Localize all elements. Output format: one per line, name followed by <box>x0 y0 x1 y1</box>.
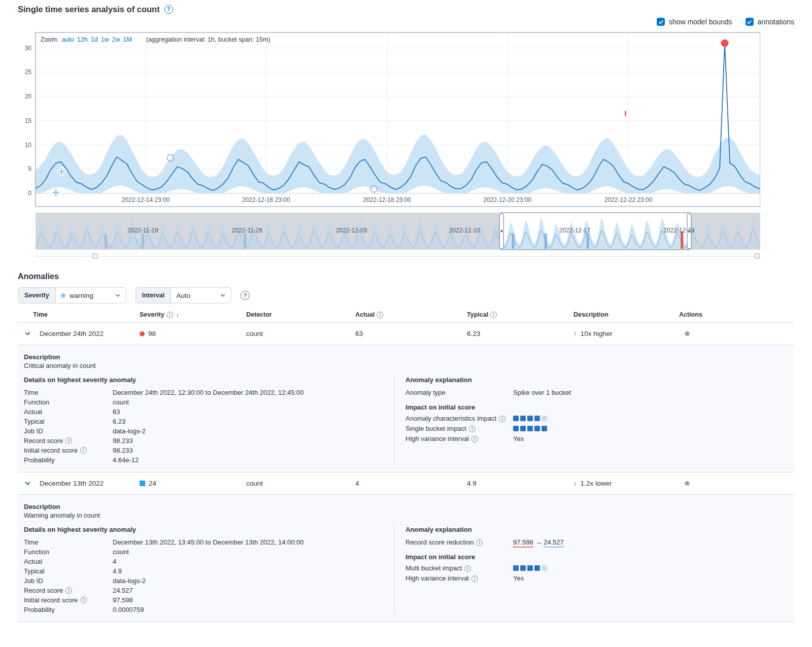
svg-text:2022-12-17: 2022-12-17 <box>559 227 591 234</box>
zoom-link[interactable]: 1d <box>91 36 98 43</box>
impact-square-icon <box>542 565 547 571</box>
svg-text:2022-12-14 23:00: 2022-12-14 23:00 <box>122 196 170 203</box>
impact-square-icon <box>513 426 519 431</box>
details-heading: Details on highest severity anomaly <box>24 526 394 533</box>
aggregation-info: (aggregation interval: 1h, bucket span: … <box>144 36 270 43</box>
detail-row: Actual 4 <box>24 557 394 566</box>
interval-help-icon[interactable]: ? <box>241 291 250 300</box>
details-list: Time December 24th 2022, 12:30:00 to Dec… <box>24 388 394 465</box>
detail-row: Initial record scorei 97.598 <box>24 595 394 605</box>
anomaly-description: 10x higher <box>581 330 613 337</box>
row-actions-gear-button[interactable] <box>681 328 693 340</box>
help-icon[interactable]: i <box>80 447 87 454</box>
zoom-link[interactable]: 1M <box>123 36 132 43</box>
show-model-bounds-toggle[interactable]: show model bounds <box>657 18 732 26</box>
sort-desc-icon[interactable]: ↓ <box>176 311 179 318</box>
warning-severity-dot-icon <box>61 293 65 298</box>
chart-toggles: show model bounds annotations <box>18 16 794 27</box>
svg-text:2022-12-20 23:00: 2022-12-20 23:00 <box>483 196 531 203</box>
zoom-link[interactable]: 12h <box>77 36 88 43</box>
svg-text:0: 0 <box>28 190 31 197</box>
help-icon[interactable]: i <box>471 436 478 442</box>
help-icon[interactable]: i <box>490 312 497 318</box>
column-header-actual[interactable]: Actual i <box>355 311 467 318</box>
detail-row: Function count <box>24 547 394 557</box>
svg-text:15: 15 <box>25 117 32 124</box>
help-icon[interactable]: i <box>166 312 173 318</box>
help-icon[interactable]: i <box>464 565 471 572</box>
column-header-detector[interactable]: Detector <box>246 311 355 318</box>
explanation-heading: Anomaly explanation <box>405 376 785 384</box>
chevron-down-icon <box>24 330 31 337</box>
row-actions-gear-button[interactable] <box>681 478 693 490</box>
detail-row: Typical 4.9 <box>24 566 394 576</box>
zoom-link[interactable]: 2w <box>112 36 120 43</box>
svg-text:2022-12-24: 2022-12-24 <box>663 227 695 234</box>
explanation-row: Single bucket impacti <box>405 424 785 434</box>
title-help-icon[interactable]: ? <box>164 5 173 14</box>
gear-icon <box>684 479 690 488</box>
svg-text:5: 5 <box>28 165 31 173</box>
gear-icon <box>684 329 690 338</box>
impact-square-icon <box>542 416 547 421</box>
svg-text:2022-12-10: 2022-12-10 <box>449 227 481 234</box>
panel-description-heading: Description <box>24 353 785 361</box>
detail-row: Typical 6.23 <box>24 417 394 426</box>
interval-select[interactable]: Interval Auto <box>136 287 231 303</box>
explanation-value <box>513 424 549 434</box>
svg-text:10: 10 <box>25 142 32 149</box>
annotations-toggle[interactable]: annotations <box>746 18 794 26</box>
details-list: Time December 13th 2022, 13:45:00 to Dec… <box>24 537 394 615</box>
explanation-value: Spike over 1 bucket <box>513 388 571 398</box>
help-icon[interactable]: i <box>471 575 478 582</box>
zoom-link[interactable]: auto <box>61 36 74 43</box>
anomaly-row: December 13th 2022 24 count 4 4.9 ↓ 1.2x… <box>18 472 794 495</box>
help-icon[interactable]: i <box>499 416 505 422</box>
anomaly-time: December 24th 2022 <box>40 330 104 337</box>
help-icon[interactable]: i <box>65 437 72 444</box>
chevron-down-icon <box>115 292 121 298</box>
help-icon[interactable]: i <box>476 539 483 546</box>
column-header-actions: Actions <box>675 311 794 318</box>
column-header-severity[interactable]: Severity i ↓ <box>140 311 246 318</box>
detail-row: Time December 24th 2022, 12:30:00 to Dec… <box>24 388 394 397</box>
svg-text:30: 30 <box>25 45 32 52</box>
svg-text:2022-12-03: 2022-12-03 <box>336 227 367 234</box>
impact-square-icon <box>534 416 540 421</box>
impact-rows: Multi bucket impactiHigh variance interv… <box>405 563 785 584</box>
checkbox-checked-icon[interactable] <box>657 18 665 26</box>
impact-square-icon <box>542 426 547 431</box>
collapse-row-button[interactable] <box>22 478 33 489</box>
column-header-time[interactable]: Time <box>18 311 140 318</box>
help-icon[interactable]: i <box>377 312 383 318</box>
impact-square-icon <box>520 416 526 421</box>
detail-row: Record scorei 24.527 <box>24 586 394 595</box>
detail-row: Job ID data-logs-2 <box>24 426 394 436</box>
detail-row: Probability 0.0000759 <box>24 605 394 615</box>
impact-square-icon <box>527 416 533 421</box>
detail-row: Probability 4.64e-12 <box>24 455 394 465</box>
help-icon[interactable]: i <box>65 587 72 594</box>
zoom-controls: Zoom: auto12h1d1w2w1M <box>41 36 132 43</box>
impact-square-icon <box>534 426 540 431</box>
detail-row: Actual 63 <box>24 407 394 417</box>
help-icon[interactable]: i <box>469 426 476 432</box>
arrow-down-icon: ↓ <box>573 480 577 487</box>
impact-square-icon <box>527 565 533 571</box>
severity-filter[interactable]: Severity warning <box>18 287 126 303</box>
help-icon[interactable]: i <box>80 597 87 603</box>
svg-text:25: 25 <box>25 69 32 76</box>
critical-severity-dot-icon <box>140 331 145 336</box>
anomaly-description: 1.2x lower <box>581 480 612 487</box>
typical-value: 6.23 <box>467 330 480 337</box>
severity-score: 98 <box>148 330 156 337</box>
anomaly-details-column: Details on highest severity anomaly Time… <box>24 376 394 465</box>
time-series-chart[interactable]: 0510152025302022-12-14 23:002022-12-16 2… <box>18 31 760 262</box>
explanation-heading: Anomaly explanation <box>405 526 785 533</box>
zoom-link[interactable]: 1w <box>101 36 109 43</box>
column-header-description: Description <box>573 311 675 318</box>
collapse-row-button[interactable] <box>22 328 33 339</box>
checkbox-checked-icon[interactable] <box>746 18 754 26</box>
column-header-typical[interactable]: Typical i <box>467 311 573 318</box>
svg-text:2022-11-19: 2022-11-19 <box>127 227 158 234</box>
